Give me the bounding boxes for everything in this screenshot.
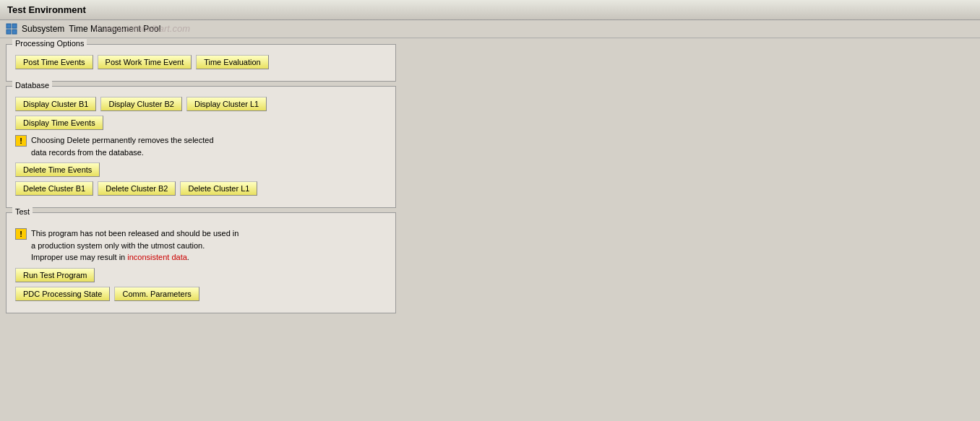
delete-warning-block: ! Choosing Delete permanently removes th… — [15, 134, 387, 158]
svg-rect-2 — [7, 30, 11, 34]
run-test-program-button[interactable]: Run Test Program — [15, 268, 95, 282]
warning-icon: ! — [15, 135, 27, 147]
display-cluster-buttons: Display Cluster B1 Display Cluster B2 Di… — [15, 97, 387, 111]
post-work-time-event-button[interactable]: Post Work Time Event — [98, 55, 192, 69]
test-section: Test ! This program has not been release… — [6, 212, 396, 313]
processing-options-label: Processing Options — [12, 39, 87, 48]
title-bar: Test Environment — [0, 0, 980, 20]
test-warning-block: ! This program has not been released and… — [15, 227, 387, 264]
pdc-processing-state-button[interactable]: PDC Processing State — [15, 287, 110, 301]
display-time-events-row: Display Time Events — [15, 116, 387, 130]
processing-options-section: Processing Options Post Time Events Post… — [6, 44, 396, 82]
subsystem-icon — [6, 23, 17, 35]
bottom-buttons-row: PDC Processing State Comm. Parameters — [15, 287, 387, 301]
delete-time-events-row: Delete Time Events — [15, 162, 387, 177]
delete-cluster-b2-button[interactable]: Delete Cluster B2 — [98, 181, 176, 196]
delete-cluster-l1-button[interactable]: Delete Cluster L1 — [180, 181, 257, 196]
display-time-events-button[interactable]: Display Time Events — [15, 116, 103, 130]
test-warning-row: ! This program has not been released and… — [15, 227, 387, 264]
window-title: Test Environment — [7, 4, 86, 15]
main-content: Processing Options Post Time Events Post… — [0, 38, 980, 319]
display-cluster-b2-button[interactable]: Display Cluster B2 — [100, 97, 181, 111]
delete-warning-text: Choosing Delete permanently removes the … — [31, 134, 214, 158]
delete-cluster-b1-button[interactable]: Delete Cluster B1 — [15, 181, 93, 196]
delete-time-events-button[interactable]: Delete Time Events — [15, 162, 100, 177]
comm-parameters-button[interactable]: Comm. Parameters — [114, 287, 199, 301]
test-warning-text: This program has not been released and s… — [31, 227, 238, 264]
delete-cluster-buttons: Delete Cluster B1 Delete Cluster B2 Dele… — [15, 181, 387, 196]
post-time-events-button[interactable]: Post Time Events — [15, 55, 93, 69]
display-cluster-b1-button[interactable]: Display Cluster B1 — [15, 97, 96, 111]
time-evaluation-button[interactable]: Time Evaluation — [196, 55, 268, 69]
test-label: Test — [12, 207, 33, 216]
subsystem-label: Subsystem — [22, 24, 64, 34]
run-test-program-row: Run Test Program — [15, 268, 387, 282]
menu-bar: Subsystem Time Management Pool © www.tut… — [0, 20, 980, 38]
delete-warning-row: ! Choosing Delete permanently removes th… — [15, 134, 387, 158]
svg-rect-1 — [12, 24, 17, 28]
database-section: Database Display Cluster B1 Display Clus… — [6, 86, 396, 208]
watermark: © www.tutorialkart.com — [94, 23, 190, 34]
display-cluster-l1-button[interactable]: Display Cluster L1 — [186, 97, 267, 111]
processing-options-buttons: Post Time Events Post Work Time Event Ti… — [15, 55, 387, 69]
svg-rect-0 — [7, 24, 11, 28]
test-warning-icon: ! — [15, 228, 27, 240]
svg-rect-3 — [12, 30, 17, 34]
database-label: Database — [12, 81, 52, 90]
